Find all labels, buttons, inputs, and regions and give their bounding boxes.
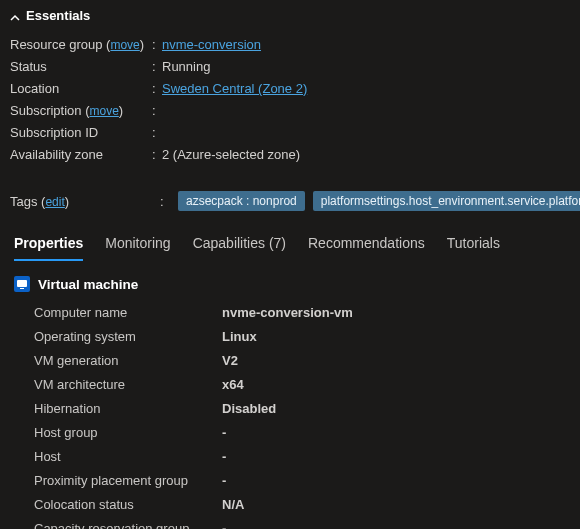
tag-platformsettings[interactable]: platformsettings.host_environment.servic…	[313, 191, 580, 211]
tab-capabilities[interactable]: Capabilities (7)	[193, 235, 286, 261]
tab-monitoring[interactable]: Monitoring	[105, 235, 170, 261]
host-label: Host	[34, 449, 222, 464]
colocation-status-value: N/A	[222, 497, 244, 512]
essentials-block: Resource group (move) : nvme-conversion …	[0, 33, 580, 217]
computer-name-label: Computer name	[34, 305, 222, 320]
resource-group-move-link[interactable]: move	[110, 38, 139, 52]
subscription-move-link[interactable]: move	[90, 104, 119, 118]
vm-generation-label: VM generation	[34, 353, 222, 368]
resource-group-value[interactable]: nvme-conversion	[162, 37, 261, 52]
vm-section-header: Virtual machine	[0, 262, 580, 300]
tags-label: Tags (edit)	[10, 194, 152, 209]
resource-group-label: Resource group (move)	[10, 37, 152, 52]
svg-rect-0	[17, 280, 27, 287]
essentials-title: Essentials	[26, 8, 90, 23]
tab-tutorials[interactable]: Tutorials	[447, 235, 500, 261]
tag-azsecpack[interactable]: azsecpack : nonprod	[178, 191, 305, 211]
tab-properties[interactable]: Properties	[14, 235, 83, 261]
host-value: -	[222, 449, 226, 464]
chevron-up-icon	[10, 11, 20, 21]
tags-edit-link[interactable]: edit	[45, 195, 64, 209]
computer-name-value: nvme-conversion-vm	[222, 305, 353, 320]
vm-architecture-label: VM architecture	[34, 377, 222, 392]
availability-zone-label: Availability zone	[10, 147, 152, 162]
essentials-header[interactable]: Essentials	[0, 0, 580, 33]
status-label: Status	[10, 59, 152, 74]
tab-recommendations[interactable]: Recommendations	[308, 235, 425, 261]
location-label: Location	[10, 81, 152, 96]
capacity-reservation-group-label: Capacity reservation group	[34, 521, 222, 530]
virtual-machine-icon	[14, 276, 30, 292]
svg-rect-1	[20, 288, 24, 289]
capacity-reservation-group-value: -	[222, 521, 226, 530]
vm-properties: Computer namenvme-conversion-vm Operatin…	[0, 300, 580, 529]
vm-generation-value: V2	[222, 353, 238, 368]
vm-section-title: Virtual machine	[38, 277, 138, 292]
os-label: Operating system	[34, 329, 222, 344]
proximity-placement-group-value: -	[222, 473, 226, 488]
hibernation-label: Hibernation	[34, 401, 222, 416]
os-value: Linux	[222, 329, 257, 344]
vm-architecture-value: x64	[222, 377, 244, 392]
proximity-placement-group-label: Proximity placement group	[34, 473, 222, 488]
availability-zone-value: 2 (Azure-selected zone)	[162, 147, 300, 162]
hibernation-value: Disabled	[222, 401, 276, 416]
colocation-status-label: Colocation status	[34, 497, 222, 512]
detail-tabs: Properties Monitoring Capabilities (7) R…	[0, 217, 580, 262]
host-group-value: -	[222, 425, 226, 440]
subscription-label: Subscription (move)	[10, 103, 152, 118]
status-value: Running	[162, 59, 210, 74]
subscription-id-label: Subscription ID	[10, 125, 152, 140]
host-group-label: Host group	[34, 425, 222, 440]
location-value[interactable]: Sweden Central (Zone 2)	[162, 81, 307, 96]
